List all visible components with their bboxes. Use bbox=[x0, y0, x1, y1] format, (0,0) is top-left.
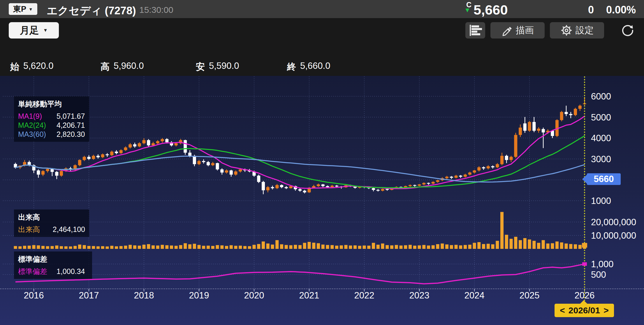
volume-series bbox=[14, 212, 586, 249]
svg-text:20,000,000: 20,000,000 bbox=[591, 217, 636, 227]
volume-legend-title: 出来高 bbox=[18, 212, 85, 222]
chart-toolbar: 月足 ▼ 描画 bbox=[0, 18, 644, 58]
low-label: 安 bbox=[196, 61, 205, 73]
current-month-label: 2026/01 bbox=[569, 305, 600, 315]
svg-text:2016: 2016 bbox=[24, 290, 44, 300]
svg-text:1000: 1000 bbox=[591, 196, 611, 206]
svg-text:5000: 5000 bbox=[591, 112, 611, 123]
orderbook-button[interactable] bbox=[465, 22, 485, 39]
svg-text:10,000,000: 10,000,000 bbox=[591, 230, 636, 241]
date-navigator[interactable]: < 2026/01 > bbox=[555, 304, 614, 317]
close-value: 5,660.0 bbox=[300, 61, 330, 73]
stddev-legend-row: 標準偏差 1,000.34 bbox=[18, 267, 88, 276]
svg-text:2022: 2022 bbox=[354, 290, 374, 300]
candlestick-series bbox=[14, 97, 586, 194]
stddev-legend: 標準偏差 標準偏差 1,000.34 bbox=[14, 251, 92, 279]
refresh-icon bbox=[621, 24, 634, 37]
symbol-title: エクセディ (7278) bbox=[47, 4, 136, 18]
prev-month-arrow[interactable]: < bbox=[560, 305, 565, 315]
axis-labels: 2016201720182019202020212022202320242025… bbox=[24, 91, 636, 300]
sma-legend: 単純移動平均 MA1(9)5,071.67MA2(24)4,206.71MA3(… bbox=[14, 96, 89, 142]
draw-button[interactable]: 描画 bbox=[490, 22, 545, 39]
open-value: 5,620.0 bbox=[23, 61, 53, 73]
chart-canvas[interactable]: 2016201720182019202020212022202320242025… bbox=[0, 76, 644, 325]
ohlc-row: 始 5,620.0 高 5,960.0 安 5,590.0 終 5,660.0 bbox=[0, 58, 644, 76]
next-month-arrow[interactable]: > bbox=[603, 305, 609, 315]
svg-text:2021: 2021 bbox=[299, 290, 319, 300]
price-change: 0 0.00% bbox=[588, 4, 636, 16]
svg-text:2023: 2023 bbox=[409, 290, 430, 300]
volume-legend: 出来高 出来高 2,464,100 bbox=[14, 209, 89, 237]
svg-text:4000: 4000 bbox=[591, 133, 611, 143]
svg-text:2017: 2017 bbox=[79, 290, 99, 300]
sma-legend-row: MA2(24)4,206.71 bbox=[18, 121, 85, 130]
refresh-button[interactable] bbox=[619, 22, 636, 39]
svg-text:2020: 2020 bbox=[244, 290, 264, 300]
stddev-legend-title: 標準偏差 bbox=[18, 254, 88, 264]
open-label: 始 bbox=[10, 61, 19, 73]
svg-text:6000: 6000 bbox=[591, 91, 611, 102]
svg-text:3000: 3000 bbox=[591, 154, 611, 164]
svg-text:2019: 2019 bbox=[189, 290, 209, 300]
timeframe-dropdown[interactable]: 月足 ▼ bbox=[9, 22, 59, 39]
gridlines bbox=[0, 76, 644, 291]
market-dropdown[interactable]: 東P ▼ bbox=[9, 3, 37, 15]
volume-legend-row: 出来高 2,464,100 bbox=[18, 225, 85, 234]
ohlc-close: 終 5,660.0 bbox=[287, 61, 330, 73]
svg-text:2018: 2018 bbox=[134, 290, 154, 300]
high-label: 高 bbox=[101, 61, 110, 73]
timeframe-label: 月足 bbox=[20, 24, 39, 37]
svg-text:1,000: 1,000 bbox=[591, 259, 614, 269]
stddev-row-value: 1,000.34 bbox=[57, 267, 85, 276]
change-percent: 0.00% bbox=[606, 4, 636, 16]
ma-lines bbox=[15, 116, 585, 188]
close-label: 終 bbox=[287, 61, 296, 73]
low-value: 5,590.0 bbox=[209, 61, 239, 73]
volume-row-label: 出来高 bbox=[18, 225, 53, 234]
stddev-row-label: 標準偏差 bbox=[18, 267, 57, 276]
current-price-tag: 5660 bbox=[587, 173, 621, 185]
chart-region: 2016201720182019202020212022202320242025… bbox=[0, 76, 644, 325]
sma-legend-row: MA3(60)2,820.30 bbox=[18, 130, 85, 139]
volume-row-value: 2,464,100 bbox=[53, 225, 85, 234]
sma-legend-row: MA1(9)5,071.67 bbox=[18, 112, 85, 121]
svg-text:500: 500 bbox=[591, 270, 606, 280]
ohlc-high: 高 5,960.0 bbox=[101, 61, 144, 73]
settings-button[interactable]: 設定 bbox=[550, 22, 604, 39]
settings-button-label: 設定 bbox=[576, 24, 594, 36]
chevron-down-icon: ▼ bbox=[43, 28, 48, 33]
ohlc-open: 始 5,620.0 bbox=[10, 61, 53, 73]
ohlc-low: 安 5,590.0 bbox=[196, 61, 239, 73]
market-label: 東P bbox=[13, 4, 26, 14]
gear-icon bbox=[560, 24, 573, 36]
current-price: 5,660 bbox=[474, 2, 508, 18]
svg-text:2024: 2024 bbox=[464, 290, 485, 300]
sma-legend-title: 単純移動平均 bbox=[18, 99, 85, 109]
high-value: 5,960.0 bbox=[114, 61, 144, 73]
pencil-icon bbox=[501, 25, 513, 36]
change-value: 0 bbox=[588, 4, 594, 16]
svg-text:2025: 2025 bbox=[520, 290, 540, 300]
stddev-series bbox=[15, 264, 585, 284]
chevron-down-icon: ▼ bbox=[29, 7, 33, 12]
quote-time: 15:30:00 bbox=[139, 5, 173, 15]
draw-button-label: 描画 bbox=[516, 24, 534, 36]
price-down-triangle-icon: ▼ bbox=[464, 6, 471, 14]
top-bar: 東P ▼ エクセディ (7278) 15:30:00 C ▼ 5,660 0 0… bbox=[0, 0, 644, 18]
bars-icon bbox=[468, 24, 482, 37]
